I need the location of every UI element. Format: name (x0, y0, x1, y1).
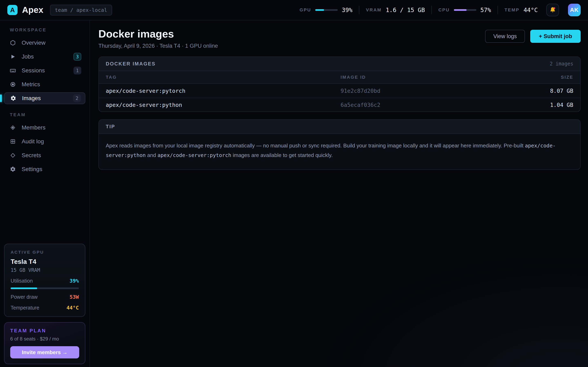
vram-stat-value: 1.6 / 15 GB (386, 7, 425, 13)
divider (432, 6, 432, 14)
image-tag: apex/code-server:pytorch (106, 88, 341, 94)
cpu-meter (454, 9, 476, 11)
section-label-team: TEAM (10, 112, 89, 117)
circle-icon (9, 82, 16, 87)
sidebar-item-jobs[interactable]: Jobs 3 (4, 51, 85, 63)
gear-icon (9, 166, 16, 172)
sidebar: WORKSPACE Overview Jobs 3 Sessions 1 (0, 20, 90, 367)
gpu-card-label: ACTIVE GPU (11, 250, 79, 255)
sidebar-item-label: Members (22, 124, 45, 131)
page-title: Docker images (98, 28, 218, 40)
vram-stat: VRAM 1.6 / 15 GB (366, 7, 425, 13)
sidebar-item-secrets[interactable]: Secrets (4, 150, 85, 161)
topbar: A Apex team / apex-local GPU 39% VRAM 1.… (0, 0, 588, 20)
tip-panel-header: TIP (99, 120, 580, 134)
gpu-power-label: Power draw (11, 294, 38, 300)
invite-members-button[interactable]: Invite members → (10, 346, 79, 359)
image-size: 1.04 GB (520, 102, 573, 108)
tip-text-part: images are available to get started quic… (231, 152, 333, 158)
sidebar-item-settings[interactable]: Settings (4, 163, 85, 175)
sidebar-item-label: Sessions (22, 67, 45, 74)
sidebar-item-metrics[interactable]: Metrics (4, 78, 85, 90)
images-count-badge: 2 (73, 94, 81, 102)
avatar[interactable]: AK (568, 4, 581, 16)
grid-icon (9, 139, 16, 144)
gpu-meter (315, 9, 338, 11)
sidebar-item-label: Overview (22, 40, 45, 46)
sidebar-item-sessions[interactable]: Sessions 1 (4, 65, 85, 76)
cpu-stat-value: 57% (480, 7, 491, 13)
plan-seats: 6 of 8 seats · $29 / mo (10, 336, 79, 342)
plan-label: TEAM PLAN (10, 328, 79, 334)
temp-stat-value: 44°C (523, 7, 538, 13)
gpu-stat: GPU 39% (300, 7, 352, 13)
gpu-utilisation-bar (11, 287, 79, 289)
tip-text-part: and (146, 152, 158, 158)
gpu-utilisation-value: 39% (70, 278, 79, 284)
gpu-temp-row: Temperature 44°C (11, 305, 79, 311)
sidebar-item-label: Audit log (22, 138, 44, 145)
play-icon (9, 54, 16, 59)
main-content: Docker images Thursday, April 9, 2026 · … (90, 20, 588, 367)
app-name: Apex (22, 5, 43, 15)
view-logs-button[interactable]: View logs (485, 30, 525, 43)
notifications-button[interactable] (546, 4, 559, 16)
app-logo-icon: A (7, 5, 17, 15)
gpu-power-row: Power draw 53W (11, 294, 79, 300)
docker-images-panel: DOCKER IMAGES 2 images TAG IMAGE ID SIZE… (98, 57, 581, 112)
table-header: TAG IMAGE ID SIZE (99, 71, 580, 84)
column-header-size: SIZE (520, 75, 573, 80)
gpu-utilisation-row: Utilisation 39% (11, 278, 79, 284)
diamond-filled-icon (9, 125, 16, 131)
cpu-stat: CPU 57% (438, 7, 491, 13)
gpu-power-value: 53W (70, 294, 79, 300)
diamond-icon (9, 152, 16, 158)
active-gpu-card: ACTIVE GPU Tesla T4 15 GB VRAM Utilisati… (4, 244, 85, 317)
panel-title: DOCKER IMAGES (106, 61, 156, 67)
gpu-temp-label: Temperature (11, 305, 39, 311)
divider (498, 6, 498, 14)
breadcrumb[interactable]: team / apex-local (50, 5, 112, 16)
image-tag: apex/code-server:python (106, 102, 341, 108)
gpu-utilisation-label: Utilisation (11, 278, 33, 284)
images-count: 2 images (550, 61, 573, 67)
hexagon-icon (9, 40, 16, 46)
sidebar-item-label: Metrics (22, 81, 40, 88)
jobs-count-badge: 3 (73, 53, 81, 60)
section-label-workspace: WORKSPACE (10, 27, 89, 33)
sessions-count-badge: 1 (73, 67, 81, 75)
image-id: 91e2c87d20bd (341, 88, 520, 94)
sidebar-item-label: Images (22, 95, 41, 101)
team-plan-card: TEAM PLAN 6 of 8 seats · $29 / mo Invite… (4, 322, 85, 364)
panel-title: TIP (106, 124, 115, 129)
cpu-stat-label: CPU (438, 7, 450, 13)
gpu-stat-value: 39% (342, 7, 352, 13)
sidebar-item-images[interactable]: Images 2 (4, 92, 85, 104)
image-size: 8.07 GB (520, 88, 573, 94)
tip-text-part: Apex reads images from your local image … (106, 142, 525, 149)
page-subtitle: Thursday, April 9, 2026 · Tesla T4 · 1 G… (98, 43, 218, 49)
sidebar-item-label: Settings (22, 166, 42, 173)
divider (359, 6, 359, 14)
keyboard-icon (9, 67, 16, 74)
sidebar-item-members[interactable]: Members (4, 122, 85, 133)
gpu-name: Tesla T4 (11, 258, 79, 266)
logo-letter: A (10, 6, 15, 14)
temp-stat-label: TEMP (504, 7, 519, 13)
sidebar-item-audit-log[interactable]: Audit log (4, 136, 85, 147)
gpu-stat-label: GPU (300, 7, 311, 13)
gpu-vram: 15 GB VRAM (11, 267, 79, 273)
tip-panel: TIP Apex reads images from your local im… (98, 119, 581, 170)
sidebar-item-label: Secrets (22, 152, 41, 159)
table-row[interactable]: apex/code-server:pytorch 91e2c87d20bd 8.… (99, 84, 580, 98)
system-stats: GPU 39% VRAM 1.6 / 15 GB CPU 57% TEMP 44… (300, 6, 538, 14)
tip-text: Apex reads images from your local image … (99, 134, 572, 169)
gpu-temp-value: 44°C (67, 305, 79, 311)
vram-stat-label: VRAM (366, 7, 381, 13)
docker-images-panel-header: DOCKER IMAGES 2 images (99, 57, 580, 71)
sidebar-item-overview[interactable]: Overview (4, 37, 85, 49)
submit-job-button[interactable]: + Submit job (530, 30, 581, 43)
sidebar-item-label: Jobs (22, 53, 34, 60)
table-row[interactable]: apex/code-server:python 6a5ecaf036c2 1.0… (99, 98, 580, 111)
column-header-image-id: IMAGE ID (341, 75, 520, 80)
